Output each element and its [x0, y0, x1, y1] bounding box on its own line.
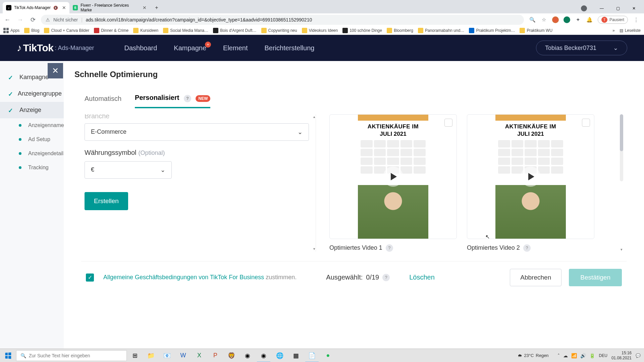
notifications-icon[interactable]: 🔔 — [586, 16, 593, 23]
start-button[interactable] — [0, 349, 16, 362]
close-window-button[interactable]: ✕ — [627, 3, 641, 13]
terms-checkbox[interactable]: ✓ — [86, 274, 94, 282]
nav-dashboard[interactable]: Dashboard — [124, 44, 157, 52]
bookmark-item[interactable]: 100 schöne Dinge — [342, 28, 382, 33]
bookmark-item[interactable]: Dinner & Crime — [94, 28, 128, 33]
reading-list[interactable]: ▤Leseliste — [620, 28, 641, 33]
browser-tab-tiktok[interactable]: ♪ TikTok Ads-Manager 🔇 ✕ — [3, 2, 69, 13]
extension-icon[interactable] — [552, 16, 559, 23]
edge-icon[interactable]: 🌐 — [272, 349, 288, 362]
currency-select[interactable]: € ⌄ — [85, 161, 172, 179]
word-icon[interactable]: W — [175, 349, 191, 362]
delete-link[interactable]: Löschen — [409, 274, 435, 281]
scroll-down-icon[interactable]: ▾ — [312, 246, 317, 252]
video-thumbnail[interactable]: AKTIENKÄUFE IM JULI 2021 — [329, 114, 457, 239]
sidebar-sub-tracking[interactable]: Tracking — [0, 161, 67, 175]
tab-automatisch[interactable]: Automatisch — [85, 95, 121, 107]
bookmark-item[interactable]: Praktikum WU — [520, 28, 552, 33]
wifi-icon[interactable]: 📶 — [571, 353, 577, 358]
taskbar-search[interactable]: 🔍 Zur Suche Text hier eingeben — [16, 350, 127, 361]
bookmarks-overflow[interactable]: » — [612, 28, 615, 33]
mute-icon[interactable]: 🔇 — [53, 6, 58, 10]
nav-kampagne[interactable]: Kampagne+ — [174, 44, 206, 52]
tray-chevron-icon[interactable]: ˄ — [557, 353, 560, 358]
sidebar-sub-adsetup[interactable]: Ad Setup — [0, 132, 67, 146]
new-tab-button[interactable]: + — [152, 3, 161, 12]
obs-icon[interactable]: ◉ — [239, 349, 256, 362]
help-icon[interactable]: ? — [382, 274, 390, 281]
language-indicator[interactable]: DEU — [599, 353, 607, 358]
bookmark-item[interactable]: Bois d'Argent Duft… — [213, 28, 256, 33]
tab-personalisiert[interactable]: Personalisiert ? NEW — [135, 94, 210, 108]
bookmark-item[interactable]: Praktikum Projektm… — [469, 28, 515, 33]
volume-icon[interactable]: 🔊 — [580, 353, 586, 358]
help-icon[interactable]: ? — [386, 244, 393, 252]
browser-tab-fiverr[interactable]: fi Fiverr - Freelance Services Marke ✕ — [69, 2, 150, 13]
explorer-icon[interactable]: 📁 — [143, 349, 159, 362]
bookmark-apps[interactable]: Apps — [3, 28, 19, 33]
profile-icon[interactable] — [581, 5, 587, 11]
reload-button[interactable]: ⟳ — [28, 15, 38, 24]
puzzle-icon[interactable]: ✦ — [575, 16, 582, 23]
sidebar-sub-anzeigenname[interactable]: Anzeigenname — [0, 118, 67, 132]
help-icon[interactable]: ? — [523, 244, 531, 252]
star-icon[interactable]: ☆ — [541, 16, 547, 23]
spotify-icon[interactable]: ● — [320, 349, 336, 362]
minimize-button[interactable]: — — [594, 3, 609, 13]
task-view-icon[interactable]: ⊞ — [127, 349, 143, 362]
powerpoint-icon[interactable]: P — [207, 349, 223, 362]
play-icon[interactable] — [521, 167, 541, 187]
close-icon[interactable]: ✕ — [62, 5, 66, 10]
avatar-icon: T — [601, 17, 607, 23]
bookmark-item[interactable]: Kursideen — [133, 28, 158, 33]
video-select-checessbox[interactable] — [444, 119, 452, 127]
maximize-button[interactable]: ▢ — [610, 3, 625, 13]
video-select-checkbox[interactable] — [582, 119, 590, 127]
video-thumbnail[interactable]: AKTIENKÄUFE IM JULI 2021 — [467, 114, 594, 239]
play-icon[interactable] — [383, 167, 403, 187]
notepad-icon[interactable]: 📄 — [304, 349, 320, 362]
extension-icon[interactable] — [564, 16, 570, 23]
terms-link[interactable]: Allgemeine Geschäftsbedingungen von TikT… — [103, 274, 264, 281]
nav-element[interactable]: Element — [223, 44, 248, 52]
user-menu[interactable]: Tobias Becker0731 ⌄ — [536, 41, 627, 55]
sidebar-item-anzeige[interactable]: ✓Anzeige — [0, 102, 67, 118]
nav-berichterstellung[interactable]: Berichterstellung — [264, 44, 314, 52]
chrome-icon[interactable]: ◉ — [256, 349, 272, 362]
tiktok-logo[interactable]: ♪TikTok — [17, 42, 53, 54]
bookmark-item[interactable]: Blog — [24, 28, 39, 33]
videos-scrollbar[interactable] — [620, 114, 623, 181]
branche-select[interactable]: E-Commerce ⌄ — [85, 123, 309, 141]
zoom-icon[interactable]: 🔍 — [529, 16, 536, 23]
bookmark-item[interactable]: Panoramabahn und… — [418, 28, 464, 33]
cancel-button[interactable]: Abbrechen — [510, 269, 561, 286]
bookmark-item[interactable]: Cloud + Canva Bilder — [44, 28, 89, 33]
bookmark-item[interactable]: Videokurs Ideen — [302, 28, 338, 33]
modal-close-button[interactable]: ✕ — [48, 63, 63, 78]
bookmark-item[interactable]: Social Media Mana… — [163, 28, 208, 33]
brave-icon[interactable]: 🦁 — [223, 349, 239, 362]
bookmark-item[interactable]: Bloomberg — [387, 28, 413, 33]
app-icon[interactable]: ▦ — [288, 349, 304, 362]
weather-widget[interactable]: 🌧 23°C Regen — [518, 353, 548, 358]
help-icon[interactable]: ? — [184, 95, 191, 102]
clock[interactable]: 15:16 01.08.2021 — [611, 351, 632, 360]
back-button[interactable]: ← — [3, 15, 12, 24]
notifications-icon[interactable]: 💬 — [636, 353, 641, 358]
address-bar[interactable]: ⚠ Nicht sicher | ads.tiktok.com/i18n/cam… — [41, 15, 524, 25]
onedrive-icon[interactable]: ☁ — [563, 353, 568, 358]
sidebar-item-anzeigengruppe[interactable]: ✓Anzeigengruppe — [0, 85, 67, 102]
battery-icon[interactable]: 🔋 — [589, 353, 595, 358]
kebab-icon[interactable]: ⋮ — [633, 16, 639, 23]
scroll-up-icon[interactable]: ▴ — [312, 114, 317, 120]
profile-paused[interactable]: T Pausiert — [598, 16, 628, 24]
mail-icon[interactable]: 📧 — [159, 349, 175, 362]
confirm-button[interactable]: Bestätigen — [569, 269, 622, 286]
close-icon[interactable]: ✕ — [143, 5, 147, 10]
create-button[interactable]: Erstellen — [85, 192, 128, 210]
bookmark-item[interactable]: Copywriting neu — [261, 28, 297, 33]
excel-icon[interactable]: X — [191, 349, 207, 362]
sidebar-sub-anzeigendetails[interactable]: Anzeigendetails — [0, 146, 67, 161]
forward-button[interactable]: → — [15, 15, 25, 24]
scroll-down-icon[interactable]: ▾ — [621, 247, 623, 252]
